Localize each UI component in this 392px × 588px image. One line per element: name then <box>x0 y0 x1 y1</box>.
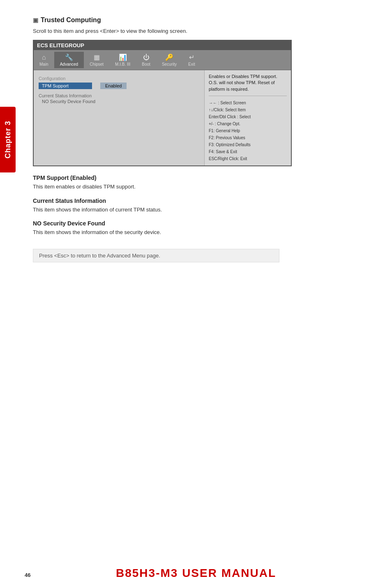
nav-security-label: Security <box>162 62 177 67</box>
bios-brand: ECS ELITEGROUP <box>37 42 84 48</box>
help-key-f4: F4: Save & Exit <box>209 148 287 155</box>
esc-note: Press <Esc> to return to the Advanced Me… <box>33 249 279 262</box>
bios-help-panel: Enables or Disables TPM support. O.S. wi… <box>205 70 291 165</box>
bios-nav-bar: ⌂ Main 🔧 Advanced ▦ Chipset 📊 M.I.B. III… <box>34 50 291 70</box>
bios-help-text: Enables or Disables TPM support. O.S. wi… <box>209 74 287 92</box>
nav-mib[interactable]: 📊 M.I.B. III <box>109 52 136 68</box>
bios-item-row: TPM Support Enabled <box>39 83 199 89</box>
nav-advanced-label: Advanced <box>60 62 78 67</box>
bios-item-label[interactable]: TPM Support <box>39 83 92 89</box>
bios-main-panel: Configuration TPM Support Enabled Curren… <box>34 70 205 165</box>
title-icon: ▣ <box>33 17 38 23</box>
chipset-icon: ▦ <box>94 53 100 61</box>
bios-help-keys: →← : Select Screen ↑↓/Click: Select Item… <box>209 99 287 162</box>
help-key-f1: F1: General Help <box>209 127 287 134</box>
scroll-note: Scroll to this item and press <Enter> to… <box>33 28 367 34</box>
bios-status-label: Current Status Information <box>39 93 199 98</box>
mib-icon: 📊 <box>119 53 127 61</box>
bios-status-section: Current Status Information NO Security D… <box>39 93 199 104</box>
page-number: 46 <box>25 572 30 578</box>
nav-main[interactable]: ⌂ Main <box>34 52 54 68</box>
page-footer: 46 B85H3-M3 USER MANUAL <box>0 567 392 580</box>
chapter-label: Chapter 3 <box>4 121 12 158</box>
footer-model: B85H3-M3 USER MANUAL <box>25 567 367 580</box>
help-key-enter: Enter/Dbl Click : Select <box>209 113 287 120</box>
nav-exit-label: Exit <box>188 62 195 67</box>
bios-help-divider <box>209 96 287 96</box>
bios-box: ECS ELITEGROUP ⌂ Main 🔧 Advanced ▦ Chips… <box>33 40 292 166</box>
title-text: Trusted Computing <box>41 16 101 24</box>
advanced-icon: 🔧 <box>65 53 73 61</box>
nav-exit[interactable]: ↵ Exit <box>182 52 201 68</box>
help-key-f2: F2: Previous Values <box>209 134 287 141</box>
nav-main-label: Main <box>39 62 48 67</box>
bios-section-label: Configuration <box>39 76 199 81</box>
help-key-select-item: ↑↓/Click: Select Item <box>209 106 287 113</box>
nav-chipset-label: Chipset <box>90 62 104 67</box>
bios-status-value: NO Security Device Found <box>39 99 199 104</box>
section-current-heading: Current Status Information <box>33 198 367 204</box>
section-tpm-heading: TPM Support (Enabled) <box>33 175 367 181</box>
nav-boot-label: Boot <box>142 62 150 67</box>
page-title-section: ▣ Trusted Computing <box>33 16 367 24</box>
chapter-sidebar: Chapter 3 <box>0 107 16 172</box>
nav-advanced[interactable]: 🔧 Advanced <box>54 52 84 68</box>
help-key-select-screen: →← : Select Screen <box>209 99 287 106</box>
bios-header: ECS ELITEGROUP <box>34 41 291 50</box>
home-icon: ⌂ <box>42 54 46 61</box>
help-key-esc: ESC/Right Click: Exit <box>209 155 287 162</box>
exit-icon: ↵ <box>189 53 194 61</box>
nav-chipset[interactable]: ▦ Chipset <box>84 52 109 68</box>
nav-security[interactable]: 🔑 Security <box>156 52 182 68</box>
section-nosecurity-body: This item shows the information of the s… <box>33 228 367 237</box>
bios-content: Configuration TPM Support Enabled Curren… <box>34 70 291 165</box>
section-tpm-body: This item enables or disables TPM suppor… <box>33 183 367 191</box>
help-key-f3: F3: Optimized Defaults <box>209 141 287 148</box>
nav-mib-label: M.I.B. III <box>115 62 130 67</box>
page-wrapper: Chapter 3 ▣ Trusted Computing Scroll to … <box>0 0 392 287</box>
section-current-body: This item shows the information of curre… <box>33 206 367 214</box>
page-title: ▣ Trusted Computing <box>33 16 367 24</box>
section-nosecurity-heading: NO Security Device Found <box>33 220 367 227</box>
security-icon: 🔑 <box>165 53 173 61</box>
bios-item-value: Enabled <box>100 83 127 89</box>
nav-boot[interactable]: ⏻ Boot <box>136 52 156 68</box>
help-key-change: +/- : Change Opt. <box>209 120 287 127</box>
boot-icon: ⏻ <box>143 54 150 61</box>
